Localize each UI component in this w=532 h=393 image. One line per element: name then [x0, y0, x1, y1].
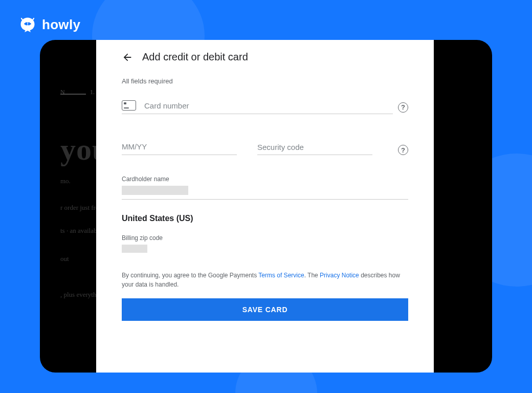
card-number-help-icon[interactable]: ? [398, 102, 408, 113]
required-note: All fields required [122, 77, 408, 85]
zip-field[interactable]: Billing zip code [122, 234, 408, 253]
expiry-input[interactable] [122, 142, 237, 151]
security-code-input[interactable] [257, 143, 372, 151]
modal-header: Add credit or debit card [122, 51, 408, 63]
modal-margin [424, 40, 434, 373]
add-card-modal: Add credit or debit card All fields requ… [106, 40, 424, 373]
cardholder-label: Cardholder name [122, 176, 408, 183]
howly-logo: howly [18, 15, 80, 34]
bg-nav-1: N [60, 89, 65, 96]
legal-prefix: By continuing, you agree to the Google P… [122, 272, 258, 279]
device-frame: N 1. CUSTOMIZE your p mo. r order just f… [40, 40, 492, 373]
privacy-notice-link[interactable]: Privacy Notice [320, 272, 359, 279]
back-button[interactable] [122, 52, 133, 63]
modal-margin [96, 40, 106, 373]
zip-value-redacted [122, 245, 147, 253]
expiry-field[interactable] [122, 142, 237, 155]
owl-icon [18, 15, 37, 34]
arrow-left-icon [122, 52, 133, 63]
legal-mid: . The [304, 272, 320, 279]
svg-point-0 [24, 23, 26, 25]
security-code-help-icon[interactable]: ? [398, 145, 408, 155]
card-number-field[interactable] [122, 100, 393, 114]
country-label: United States (US) [122, 214, 408, 223]
bg-nav-underline [60, 94, 86, 95]
card-icon [122, 100, 136, 111]
svg-point-1 [30, 23, 31, 25]
modal-title: Add credit or debit card [142, 51, 248, 63]
cardholder-field[interactable]: Cardholder name [122, 176, 408, 200]
save-card-button[interactable]: SAVE CARD [122, 298, 408, 321]
terms-of-service-link[interactable]: Terms of Service [258, 272, 304, 279]
brand-name: howly [42, 17, 80, 33]
bg-line: mo. [60, 177, 71, 185]
security-code-field[interactable] [257, 143, 372, 155]
bg-line: out [60, 255, 69, 263]
legal-text: By continuing, you agree to the Google P… [122, 271, 408, 289]
cardholder-value-redacted [122, 186, 188, 195]
card-number-input[interactable] [144, 101, 393, 110]
zip-label: Billing zip code [122, 234, 408, 242]
